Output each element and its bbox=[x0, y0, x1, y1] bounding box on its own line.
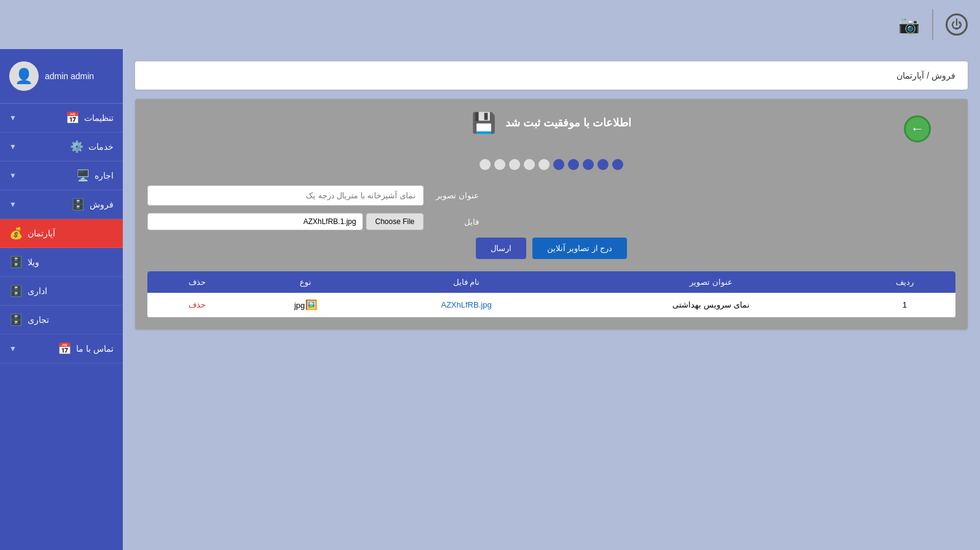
ejare-arrow: ▼ bbox=[9, 171, 17, 180]
sidebar-item-forush[interactable]: فروش 🗄️ ▼ bbox=[0, 190, 123, 219]
dot-6 bbox=[539, 159, 550, 170]
cell-type: 🖼️jpg bbox=[247, 293, 364, 317]
dot-2 bbox=[597, 159, 609, 170]
user-name: admin admin bbox=[45, 71, 94, 81]
table-header-row: ردیف عنوان تصویر نام فایل نوع حذف bbox=[147, 271, 955, 293]
sidebar-item-khadamat[interactable]: خدمات ⚙️ ▼ bbox=[0, 133, 123, 161]
dot-10 bbox=[480, 159, 491, 170]
tejari-icon: 🗄️ bbox=[9, 313, 23, 327]
sidebar-item-contact[interactable]: تماس با ما 📅 ▼ bbox=[0, 335, 123, 363]
online-images-button[interactable]: درج از تصاویر آنلاین bbox=[532, 238, 628, 259]
layout: فروش / آپارتمان ← اطلاعات با موفقیت ثبت … bbox=[0, 49, 980, 550]
khadamat-icon: ⚙️ bbox=[70, 140, 84, 153]
back-icon: ← bbox=[911, 121, 924, 137]
file-label: فایل bbox=[430, 217, 479, 227]
avatar: 👤 bbox=[9, 61, 39, 91]
main-content: فروش / آپارتمان ← اطلاعات با موفقیت ثبت … bbox=[123, 49, 980, 550]
tanzimate-icon: 📅 bbox=[66, 111, 79, 125]
dot-3 bbox=[583, 159, 594, 170]
khadamat-arrow: ▼ bbox=[9, 142, 17, 151]
choose-file-button[interactable]: Choose File bbox=[366, 213, 424, 230]
title-input[interactable] bbox=[147, 185, 424, 206]
dot-4 bbox=[568, 159, 579, 170]
progress-dots bbox=[147, 159, 955, 170]
breadcrumb-text: فروش / آپارتمان bbox=[896, 71, 955, 80]
back-button[interactable]: ← bbox=[904, 115, 931, 142]
forush-icon: 🗄️ bbox=[71, 198, 85, 211]
apartman-label: آپارتمان bbox=[28, 228, 55, 238]
ejare-label: اجاره bbox=[95, 171, 114, 180]
content-panel: ← اطلاعات با موفقیت ثبت شد 💾 bbox=[135, 99, 968, 330]
sidebar-item-tejari[interactable]: تجاری 🗄️ bbox=[0, 306, 123, 335]
image-table: ردیف عنوان تصویر نام فایل نوع حذف 1 نمای… bbox=[147, 271, 955, 317]
tanzimate-label: تنظیمات bbox=[84, 113, 114, 123]
save-icon: 💾 bbox=[472, 111, 496, 134]
file-value: AZXhLfRB.1.jpg bbox=[147, 213, 363, 230]
dot-7 bbox=[524, 159, 535, 170]
contact-label: تماس با ما bbox=[76, 344, 114, 354]
contact-icon: 📅 bbox=[58, 342, 71, 355]
cell-image-title: نمای سرویس بهداشتی bbox=[568, 293, 854, 317]
dot-1 bbox=[612, 159, 623, 170]
delete-link[interactable]: حذف bbox=[189, 300, 206, 309]
success-message: اطلاعات با موفقیت ثبت شد bbox=[505, 116, 631, 130]
khadamat-label: خدمات bbox=[88, 142, 114, 152]
img-icon: 🖼️ bbox=[305, 300, 317, 310]
col-file-name: نام فایل bbox=[365, 271, 569, 293]
apartman-icon: 💰 bbox=[9, 227, 23, 240]
sidebar-item-tanzimate[interactable]: تنظیمات 📅 ▼ bbox=[0, 104, 123, 133]
cell-delete: حذف bbox=[147, 293, 247, 317]
sidebar-item-edari[interactable]: اداری 🗄️ bbox=[0, 277, 123, 306]
col-index: ردیف bbox=[854, 271, 955, 293]
dot-5 bbox=[553, 159, 564, 170]
success-bar: اطلاعات با موفقیت ثبت شد 💾 bbox=[472, 111, 631, 134]
file-link[interactable]: AZXhLfRB.jpg bbox=[441, 300, 491, 309]
power-button[interactable]: ⏻ bbox=[946, 14, 968, 36]
dot-8 bbox=[509, 159, 520, 170]
contact-arrow: ▼ bbox=[9, 344, 17, 353]
file-form-group: فایل Choose File AZXhLfRB.1.jpg bbox=[147, 213, 955, 230]
tanzimate-arrow: ▼ bbox=[9, 114, 17, 122]
breadcrumb: فروش / آپارتمان bbox=[135, 61, 968, 90]
dot-9 bbox=[494, 159, 505, 170]
tejari-label: تجاری bbox=[28, 315, 49, 325]
cell-index: 1 bbox=[854, 293, 955, 317]
power-icon: ⏻ bbox=[951, 18, 962, 31]
sidebar-item-villa[interactable]: ویلا 🗄️ bbox=[0, 248, 123, 277]
col-type: نوع bbox=[247, 271, 364, 293]
villa-label: ویلا bbox=[28, 257, 39, 267]
col-delete: حذف bbox=[147, 271, 247, 293]
col-image-title: عنوان تصویر bbox=[568, 271, 854, 293]
forush-label: فروش bbox=[90, 199, 114, 209]
edari-icon: 🗄️ bbox=[9, 284, 23, 298]
sidebar-item-apartman[interactable]: آپارتمان 💰 bbox=[0, 219, 123, 248]
table-row: 1 نمای سرویس بهداشتی AZXhLfRB.jpg 🖼️jpg … bbox=[147, 293, 955, 317]
video-icon[interactable]: 📷 bbox=[898, 15, 920, 35]
sidebar: admin admin 👤 تنظیمات 📅 ▼ خدمات ⚙️ ▼ اجا… bbox=[0, 49, 123, 550]
cell-file-name: AZXhLfRB.jpg bbox=[365, 293, 569, 317]
send-button[interactable]: ارسال bbox=[476, 238, 526, 259]
sidebar-user: admin admin 👤 bbox=[0, 49, 123, 104]
title-label: عنوان تصویر bbox=[430, 191, 479, 200]
title-form-group: عنوان تصویر bbox=[147, 185, 955, 206]
ejare-icon: 🖥️ bbox=[76, 169, 90, 182]
villa-icon: 🗄️ bbox=[9, 255, 23, 269]
forush-arrow: ▼ bbox=[9, 200, 17, 209]
top-bar-divider bbox=[932, 9, 933, 40]
top-bar: ⏻ 📷 bbox=[0, 0, 980, 49]
sidebar-item-ejare[interactable]: اجاره 🖥️ ▼ bbox=[0, 161, 123, 190]
file-input-wrapper: Choose File AZXhLfRB.1.jpg bbox=[147, 213, 424, 230]
action-buttons: درج از تصاویر آنلاین ارسال bbox=[147, 238, 955, 259]
avatar-icon: 👤 bbox=[15, 68, 33, 85]
edari-label: اداری bbox=[28, 286, 47, 296]
